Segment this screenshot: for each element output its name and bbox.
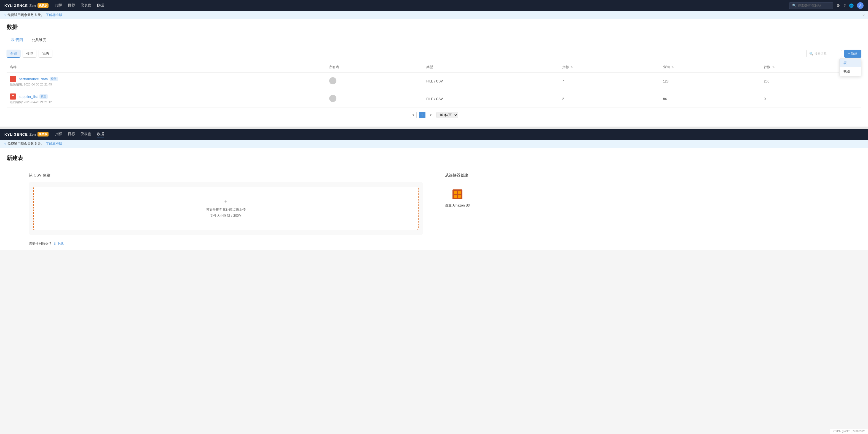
brand-kyligence: KYLIGENCE bbox=[4, 4, 28, 8]
row2-queries: 84 bbox=[660, 90, 761, 108]
trial-text: 免费试用剩余天数 6 天。 bbox=[7, 13, 44, 18]
pagination: < 1 > 10 条/页 20 条/页 50 条/页 bbox=[7, 108, 861, 122]
row2-rows: 9 bbox=[761, 90, 861, 108]
user-avatar[interactable]: A bbox=[857, 2, 864, 9]
brand-zen-bottom: Zen bbox=[30, 132, 36, 136]
connector-area: 设置 Amazon S3 bbox=[445, 182, 839, 213]
upload-zone[interactable]: + 将文件拖至此处或点击上传 文件大小限制：200M bbox=[33, 187, 418, 230]
sample-text: 需要样例数据？ bbox=[29, 241, 52, 246]
nav-items-bottom: 指标 目标 仪表盘 数据 bbox=[55, 130, 104, 138]
svg-rect-0 bbox=[453, 189, 462, 199]
brand-kyligence-bottom: KYLIGENCE bbox=[4, 132, 28, 136]
section-divider bbox=[0, 127, 868, 129]
row1-name[interactable]: performance_data bbox=[19, 77, 48, 81]
data-table: 名称 所有者 类型 指标 ⇅ 查询 ⇅ 行数 ⇅ bbox=[7, 62, 861, 108]
nav-search-box[interactable]: 🔍 搜索指标和目标# bbox=[789, 2, 833, 9]
nav-item-data[interactable]: 数据 bbox=[97, 2, 104, 9]
toolbar: 全部 模型 我的 🔍 搜索名称 + 新建 表 视图 bbox=[7, 50, 861, 58]
settings-icon[interactable]: ⚙ bbox=[837, 3, 840, 8]
name-cell-row1: T performance_data 模型 最后编辑: 2023-04-30 2… bbox=[10, 76, 322, 87]
search-icon: 🔍 bbox=[809, 52, 813, 56]
name-cell-row2: T supplier_list 模型 最后编辑: 2023-04-28 21:2… bbox=[10, 93, 322, 104]
nav-search-placeholder: 搜索指标和目标# bbox=[798, 4, 821, 8]
nav-right: 🔍 搜索指标和目标# ⚙ ? 🌐 A bbox=[789, 2, 864, 9]
filter-model[interactable]: 模型 bbox=[23, 50, 36, 58]
new-button[interactable]: + 新建 bbox=[844, 50, 861, 58]
trial-text-bottom: 免费试用剩余天数 6 天。 bbox=[7, 142, 44, 146]
svg-rect-1 bbox=[454, 191, 457, 194]
sort-icon-metrics: ⇅ bbox=[570, 66, 573, 69]
col-type: 类型 bbox=[423, 62, 559, 72]
row1-tag: 模型 bbox=[50, 76, 58, 81]
connector-section-title: 从连接器创建 bbox=[445, 173, 839, 178]
nav-item-dashboard[interactable]: 仪表盘 bbox=[81, 2, 91, 9]
trial-bar-bottom: ℹ 免费试用剩余天数 6 天。 了解标准版 bbox=[0, 140, 868, 148]
nav-item-targets[interactable]: 目标 bbox=[68, 2, 75, 9]
dropdown-item-view[interactable]: 视图 bbox=[840, 67, 861, 76]
page-size-select[interactable]: 10 条/页 20 条/页 50 条/页 bbox=[436, 112, 458, 118]
tab-table-view[interactable]: 表/视图 bbox=[7, 35, 27, 45]
filter-mine[interactable]: 我的 bbox=[39, 50, 52, 58]
filter-all[interactable]: 全部 bbox=[7, 50, 21, 58]
nav-item-data-bottom[interactable]: 数据 bbox=[97, 130, 104, 138]
row1-queries: 128 bbox=[660, 72, 761, 90]
download-link[interactable]: ⬇ 下载 bbox=[54, 241, 64, 246]
create-area: 从 CSV 创建 + 将文件拖至此处或点击上传 文件大小限制：200M 从连接器… bbox=[7, 173, 861, 235]
globe-icon[interactable]: 🌐 bbox=[849, 3, 854, 8]
dropdown-item-table[interactable]: 表 bbox=[840, 59, 861, 67]
download-icon: ⬇ bbox=[54, 242, 56, 246]
amazon-s3-label: 设置 Amazon S3 bbox=[445, 203, 470, 208]
help-icon[interactable]: ? bbox=[843, 3, 846, 8]
upload-text-line2: 文件大小限制：200M bbox=[39, 213, 412, 219]
brand-zen: Zen bbox=[30, 4, 36, 8]
nav-item-metrics[interactable]: 指标 bbox=[55, 2, 62, 9]
brand-logo-bottom: KYLIGENCE Zen 免费版 bbox=[4, 132, 49, 136]
col-metrics[interactable]: 指标 ⇅ bbox=[559, 62, 660, 72]
row2-type: FILE / CSV bbox=[423, 90, 559, 108]
row1-updated: 最后编辑: 2023-04-30 23:21:49 bbox=[10, 83, 322, 87]
row2-tag: 模型 bbox=[39, 94, 48, 99]
row2-metrics: 2 bbox=[559, 90, 660, 108]
nav-item-dashboard-bottom[interactable]: 仪表盘 bbox=[81, 130, 91, 138]
download-label: 下载 bbox=[57, 241, 64, 246]
page-tabs: 表/视图 公共维度 bbox=[7, 35, 861, 45]
next-page-button[interactable]: > bbox=[428, 112, 434, 118]
trial-link-bottom[interactable]: 了解标准版 bbox=[46, 142, 62, 146]
free-badge: 免费版 bbox=[37, 3, 49, 8]
connector-section: 从连接器创建 设置 Amazon S3 bbox=[445, 173, 839, 235]
nav-item-metrics-bottom[interactable]: 指标 bbox=[55, 130, 62, 138]
sort-icon-rows: ⇅ bbox=[772, 66, 775, 69]
col-queries[interactable]: 查询 ⇅ bbox=[660, 62, 761, 72]
svg-rect-2 bbox=[458, 191, 461, 194]
new-dropdown-menu: 表 视图 bbox=[839, 58, 861, 76]
col-owner: 所有者 bbox=[326, 62, 423, 72]
nav-items: 指标 目标 仪表盘 数据 bbox=[55, 2, 104, 9]
col-name: 名称 bbox=[7, 62, 326, 72]
info-icon: ℹ bbox=[4, 13, 6, 17]
new-button-container: + 新建 表 视图 bbox=[844, 50, 861, 58]
row2-updated: 最后编辑: 2023-04-28 21:21:12 bbox=[10, 100, 322, 104]
row2-avatar: T bbox=[10, 93, 16, 99]
amazon-s3-icon bbox=[451, 188, 464, 201]
info-icon-bottom: ℹ bbox=[4, 142, 6, 146]
trial-link[interactable]: 了解标准版 bbox=[46, 13, 62, 18]
trial-bar-top: ℹ 免费试用剩余天数 6 天。 了解标准版 × bbox=[0, 11, 868, 19]
sample-bar: 需要样例数据？ ⬇ 下载 bbox=[7, 241, 861, 246]
upload-text-line1: 将文件拖至此处或点击上传 bbox=[39, 207, 412, 213]
prev-page-button[interactable]: < bbox=[410, 112, 416, 118]
upload-icon: + bbox=[39, 198, 412, 205]
nav-item-targets-bottom[interactable]: 目标 bbox=[68, 130, 75, 138]
close-trial-button[interactable]: × bbox=[863, 13, 865, 18]
amazon-s3-connector[interactable]: 设置 Amazon S3 bbox=[445, 188, 470, 208]
free-badge-bottom: 免费版 bbox=[37, 132, 49, 136]
brand-logo: KYLIGENCE Zen 免费版 bbox=[4, 3, 49, 8]
toolbar-right: 🔍 搜索名称 + 新建 表 视图 bbox=[806, 50, 861, 58]
row2-owner bbox=[329, 95, 336, 102]
search-placeholder: 搜索名称 bbox=[814, 52, 827, 56]
csv-section: 从 CSV 创建 + 将文件拖至此处或点击上传 文件大小限制：200M bbox=[29, 173, 423, 235]
page-1-button[interactable]: 1 bbox=[419, 112, 426, 118]
search-icon: 🔍 bbox=[792, 4, 796, 7]
row2-name[interactable]: supplier_list bbox=[19, 95, 38, 99]
tab-public-dimension[interactable]: 公共维度 bbox=[27, 35, 51, 45]
table-search-box[interactable]: 🔍 搜索名称 bbox=[806, 50, 842, 57]
